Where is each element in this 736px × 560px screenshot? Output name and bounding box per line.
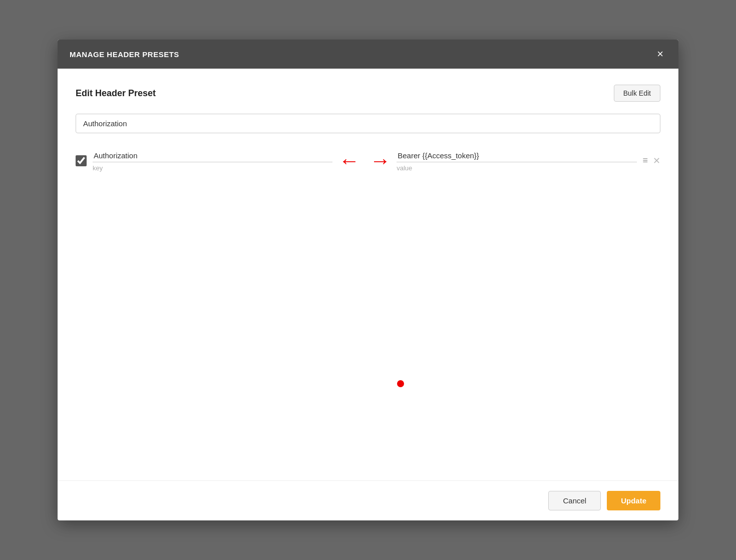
body-spacer [76,176,660,320]
modal-overlay: MANAGE HEADER PRESETS × Edit Header Pres… [0,0,736,560]
row-checkbox[interactable] [76,155,87,166]
section-header: Edit Header Preset Bulk Edit [76,85,660,102]
content-area [76,320,660,464]
reorder-icon[interactable]: ≡ [643,155,648,166]
key-input[interactable] [93,149,332,162]
modal-title: MANAGE HEADER PRESETS [70,50,179,59]
remove-row-icon[interactable]: ✕ [653,155,660,166]
header-row: key value ≡ ✕ [76,145,660,176]
bulk-edit-button[interactable]: Bulk Edit [614,85,660,102]
red-dot-indicator [397,380,404,387]
value-input[interactable] [397,149,636,162]
value-placeholder-label: value [397,164,636,172]
key-placeholder-label: key [93,164,332,172]
modal-header: MANAGE HEADER PRESETS × [58,40,678,69]
key-field-group: key [93,149,332,172]
modal-body: Edit Header Preset Bulk Edit key [58,69,678,480]
modal-footer: Cancel Update [58,480,678,520]
preset-name-input[interactable] [76,114,660,133]
row-actions: ≡ ✕ [643,155,661,166]
value-field-group: value [397,149,636,172]
arrow-right-icon [370,150,391,171]
cancel-button[interactable]: Cancel [548,491,601,510]
update-button[interactable]: Update [607,491,660,510]
section-title: Edit Header Preset [76,88,156,99]
manage-header-presets-modal: MANAGE HEADER PRESETS × Edit Header Pres… [58,40,678,520]
arrow-left-icon [338,150,359,171]
close-button[interactable]: × [654,48,666,61]
